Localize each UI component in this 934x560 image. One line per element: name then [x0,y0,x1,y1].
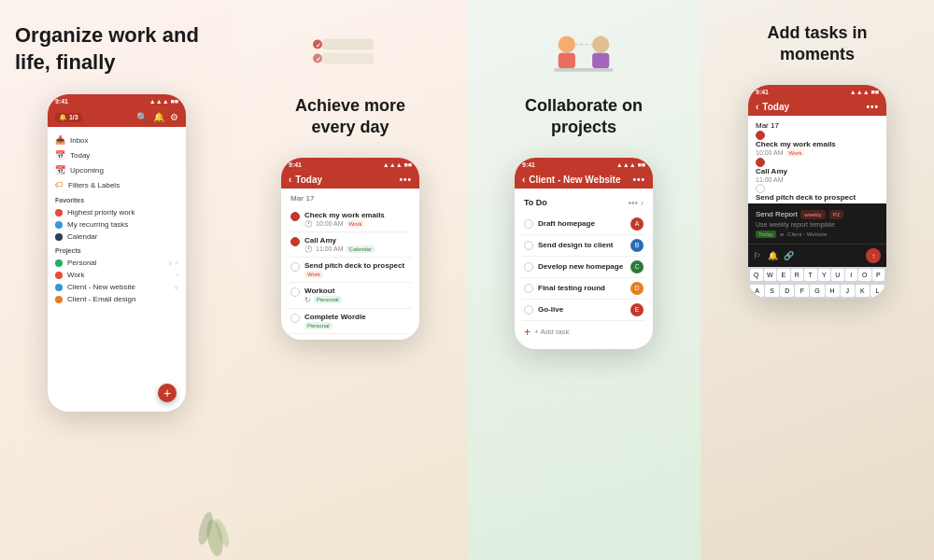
avatar-3: C [630,260,644,273]
phone-2-body: Mar 17 Check my work emails 🕐 10:00 AM W… [281,189,419,340]
task-input-area[interactable]: Send Report weekly P2 Use weekly report … [748,203,886,244]
panel-add-tasks: Add tasks in moments 9:41 ▲▲▲ ■■ ‹ Today… [700,0,934,560]
panel-4-headline: Add tasks in moments [715,22,919,66]
project-client-email: Client - Email design [55,293,178,305]
collab-task-1: Draft homepage A [522,214,645,235]
collab-task-4: Final testing round D [522,278,645,300]
add-task-button[interactable]: + + Add task [522,321,645,343]
nav-filters: 🏷 Filters & Labels [55,177,178,192]
fav-3: Calendar [55,231,178,243]
input-meta-row: Today ≡ Client - Website [756,231,879,238]
toolbar-4: ‹ Today ••• [748,98,886,116]
flag-icon: 🏳 [754,251,762,260]
panel-collaborate: Collaborate on projects 9:41 ▲▲▲ ■■ ‹ Cl… [467,0,700,560]
phone-4-body: Mar 17 Check my work emails 10:00 AM Wor… [748,116,886,203]
illustration-2: ✓ ✓ [248,22,452,88]
svg-text:✓: ✓ [316,42,321,49]
collab-task-3: Develop new homepage C [522,257,645,278]
link-icon: 🔗 [784,251,794,260]
tag-priority: P2 [829,210,843,219]
input-toolbar: 🏳 🔔 🔗 ↑ [748,244,886,267]
input-task-text: Send Report weekly P2 [756,209,879,219]
toolbar-3: ‹ Client - New Website ••• [515,171,653,189]
collab-task-2: Send design to client B [522,235,645,257]
status-bar-3: 9:41 ▲▲▲ ■■ [515,158,653,171]
plant-decoration [187,463,234,560]
projects-header: Projects [55,247,178,254]
phone-1: 9:41 ▲▲▲ ■■ 🔔 1/3 🔍 🔔 ⚙ 📥 Inbox 📅 [48,94,186,412]
svg-rect-3 [322,39,374,50]
phone-3: 9:41 ▲▲▲ ■■ ‹ Client - New Website ••• T… [515,158,653,349]
status-bar-4: 9:41 ▲▲▲ ■■ [748,85,886,98]
nav-upcoming: 📆 Upcoming [55,162,178,177]
phone-4: 9:41 ▲▲▲ ■■ ‹ Today ••• Mar 17 Check my … [748,85,886,299]
favorites-section: Favorites [55,197,178,203]
phone4-task-3: Send pitch deck to prospect [756,184,879,202]
panel-3-headline: Collaborate on projects [482,95,686,139]
fav-2: My recurring tasks [55,218,178,231]
phone-3-body: To Do ••• › Draft homepage A Send design… [515,189,653,349]
keyboard: Q W E R T Y U I O P A S D F G H J K L [748,267,886,299]
toolbar-2: ‹ Today ••• [281,171,419,189]
panel-2-headline: Achieve more every day [248,95,452,139]
status-bar-1: 9:41 ▲▲▲ ■■ [48,94,186,107]
panel-organize: Organize work and life, finally 9:41 ▲▲▲… [0,0,234,560]
send-button[interactable]: ↑ [866,248,881,263]
panel-1-headline: Organize work and life, finally [15,22,219,76]
avatar-2: B [630,239,644,252]
project-work: Work › [55,269,178,281]
input-subtitle: Use weekly report template [756,221,879,228]
svg-rect-13 [554,68,614,72]
bell-icon: 🔔 [768,251,778,260]
avatar-4: D [630,282,644,295]
keyboard-row-1: Q W E R T Y U I O P [748,267,886,283]
date-header-2: Mar 17 [289,194,412,203]
tag-weekly: weekly [800,210,825,219]
todo-section-header: To Do ••• › [522,194,645,212]
phone4-task-2: Call Amy 11:00 AM [756,158,879,183]
task-2-3: Send pitch deck to prospect Work [289,258,412,283]
svg-rect-10 [559,53,575,68]
phone-2: 9:41 ▲▲▲ ■■ ‹ Today ••• Mar 17 Check my … [281,158,419,340]
illustration-3 [482,22,686,88]
panel-achieve: ✓ ✓ Achieve more every day 9:41 ▲▲▲ ■■ ‹… [234,0,467,560]
app-toolbar-1: 🔔 1/3 🔍 🔔 ⚙ [48,107,186,127]
svg-text:✓: ✓ [316,56,321,63]
fav-1: Highest priority work [55,206,178,218]
phone-1-body: 📥 Inbox 📅 Today 📆 Upcoming 🏷 Filters & L… [48,127,186,311]
keyboard-row-2: A S D F G H J K L [748,283,886,299]
task-2-2: Call Amy 🕐 11:00 AM Calendar [289,232,412,258]
svg-point-11 [592,36,609,53]
task-2-1: Check my work emails 🕐 10:00 AM Work [289,207,412,232]
fab-button-1[interactable]: + [158,384,177,402]
collab-task-5: Go-live E [522,300,645,321]
task-2-5: Complete Wordle Personal [289,309,412,334]
date-header-4: Mar 17 [756,121,879,130]
project-client-new: Client - New website ∨ [55,281,178,293]
svg-rect-4 [322,53,374,64]
svg-point-9 [559,36,575,53]
task-2-4: Workout ↻ Personal [289,283,412,309]
svg-rect-12 [592,53,609,68]
nav-today: 📅 Today [55,147,178,162]
project-personal: Personal ∨ + [55,257,178,269]
avatar-5: E [630,303,644,316]
phone4-task-1: Check my work emails 10:00 AM Work [756,131,879,157]
nav-inbox: 📥 Inbox [55,133,178,147]
avatar-1: A [630,217,644,231]
status-bar-2: 9:41 ▲▲▲ ■■ [281,158,419,171]
